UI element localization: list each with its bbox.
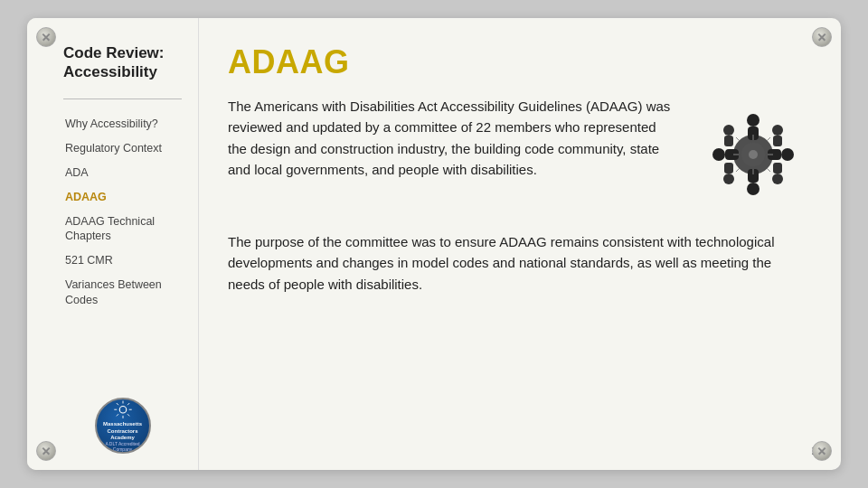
nav-item-regulatory-context[interactable]: Regulatory Context [63,136,182,161]
content-top: The Americans with Disabilities Act Acce… [228,96,812,213]
svg-point-20 [723,125,734,136]
nav-item-adaag[interactable]: ADAAG [63,185,182,210]
sidebar-logo: Massachusetts Contractors Academy A DLT … [63,385,182,454]
nav-item-variances[interactable]: Variances Between Codes [63,273,182,313]
illustration [694,96,812,213]
svg-rect-27 [773,163,782,174]
svg-point-18 [781,148,794,161]
sidebar-nav: Why Accessibility? Regulatory Context AD… [63,112,182,385]
svg-point-11 [749,150,758,159]
screw-bottom-right [812,441,832,461]
svg-point-26 [772,174,783,184]
main-content: ADAAG The Americans with Disabilities Ac… [199,18,841,470]
svg-line-35 [767,168,770,172]
logo-text-sub1: Contractors Academy [97,428,149,441]
paragraph2: The purpose of the committee was to ensu… [228,231,812,454]
svg-line-7 [127,403,129,405]
svg-line-8 [116,414,118,416]
main-title: ADAAG [228,43,812,81]
paragraph1: The Americans with Disabilities Act Acce… [228,96,678,213]
logo-text-main: Massachusetts [97,421,149,427]
svg-point-0 [119,406,126,412]
svg-line-34 [736,168,740,172]
sidebar: Code Review: Accessibility Why Accessibi… [27,18,199,470]
svg-line-6 [127,414,129,416]
svg-line-33 [767,137,770,141]
sidebar-title: Code Review: Accessibility [63,43,182,82]
svg-line-32 [736,137,740,141]
svg-point-12 [747,114,760,127]
svg-rect-23 [773,136,782,146]
svg-line-5 [116,403,118,405]
nav-item-521cmr[interactable]: 521 CMR [63,249,182,273]
svg-point-24 [723,174,734,184]
screw-top-left [36,27,56,47]
svg-rect-25 [724,163,733,174]
nav-item-adaag-technical[interactable]: ADAAG Technical Chapters [63,210,182,249]
svg-point-14 [747,183,760,195]
logo-circle: Massachusetts Contractors Academy A DLT … [95,398,151,454]
slide: Code Review: Accessibility Why Accessibi… [27,18,841,470]
screw-top-right [812,27,832,47]
svg-rect-21 [724,136,733,146]
logo-text-sub2: A DLT Accredited Company [97,441,149,452]
screw-bottom-left [36,441,56,461]
sidebar-divider [63,99,182,100]
nav-item-why-accessibility[interactable]: Why Accessibility? [63,112,182,136]
svg-point-16 [712,148,725,161]
svg-point-22 [772,125,783,136]
nav-item-ada[interactable]: ADA [63,161,182,185]
